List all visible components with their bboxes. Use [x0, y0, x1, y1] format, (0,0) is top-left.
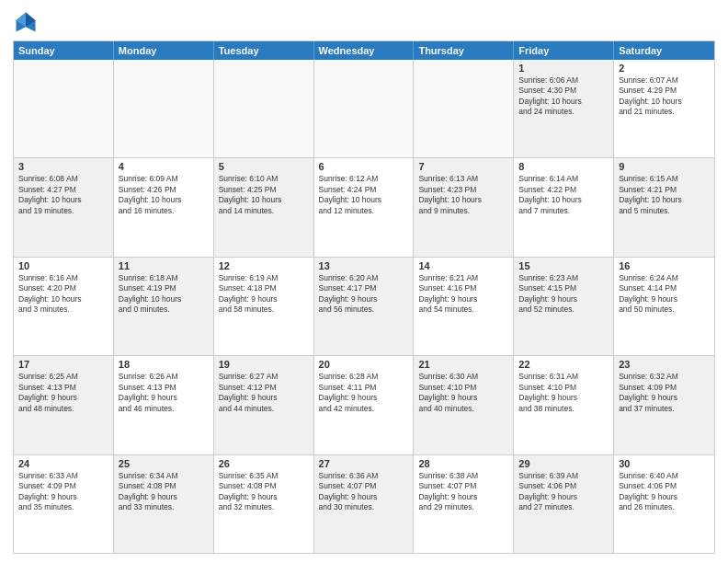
day-number: 19	[219, 359, 309, 370]
day-info: Sunrise: 6:30 AM Sunset: 4:10 PM Dayligh…	[418, 372, 508, 414]
day-info: Sunrise: 6:27 AM Sunset: 4:12 PM Dayligh…	[219, 372, 309, 414]
day-number: 29	[518, 458, 609, 469]
day-cell-8: 8Sunrise: 6:14 AM Sunset: 4:22 PM Daylig…	[514, 158, 614, 256]
day-info: Sunrise: 6:40 AM Sunset: 4:06 PM Dayligh…	[619, 471, 710, 513]
empty-cell-0-3	[314, 60, 415, 157]
day-info: Sunrise: 6:28 AM Sunset: 4:11 PM Dayligh…	[319, 372, 409, 414]
day-cell-27: 27Sunrise: 6:36 AM Sunset: 4:07 PM Dayli…	[314, 455, 415, 553]
day-number: 24	[18, 458, 108, 469]
page: SundayMondayTuesdayWednesdayThursdayFrid…	[0, 0, 728, 563]
day-cell-13: 13Sunrise: 6:20 AM Sunset: 4:17 PM Dayli…	[314, 258, 415, 355]
calendar-header: SundayMondayTuesdayWednesdayThursdayFrid…	[14, 41, 714, 60]
day-number: 16	[619, 260, 710, 271]
logo-icon	[13, 9, 39, 35]
day-cell-6: 6Sunrise: 6:12 AM Sunset: 4:24 PM Daylig…	[314, 158, 415, 256]
day-info: Sunrise: 6:12 AM Sunset: 4:24 PM Dayligh…	[319, 174, 409, 216]
calendar-row-4: 24Sunrise: 6:33 AM Sunset: 4:09 PM Dayli…	[14, 455, 714, 553]
day-info: Sunrise: 6:21 AM Sunset: 4:16 PM Dayligh…	[418, 273, 508, 316]
day-cell-15: 15Sunrise: 6:23 AM Sunset: 4:15 PM Dayli…	[514, 258, 614, 355]
day-info: Sunrise: 6:32 AM Sunset: 4:09 PM Dayligh…	[619, 372, 710, 414]
day-cell-17: 17Sunrise: 6:25 AM Sunset: 4:13 PM Dayli…	[14, 356, 114, 454]
day-cell-1: 1Sunrise: 6:06 AM Sunset: 4:30 PM Daylig…	[514, 60, 614, 157]
day-number: 13	[319, 260, 409, 271]
day-number: 4	[119, 161, 209, 172]
day-number: 12	[219, 260, 309, 271]
day-cell-26: 26Sunrise: 6:35 AM Sunset: 4:08 PM Dayli…	[214, 455, 314, 553]
day-number: 14	[418, 260, 508, 271]
day-number: 17	[18, 359, 108, 370]
weekday-header-thursday: Thursday	[414, 41, 514, 60]
day-cell-3: 3Sunrise: 6:08 AM Sunset: 4:27 PM Daylig…	[14, 158, 114, 256]
day-info: Sunrise: 6:08 AM Sunset: 4:27 PM Dayligh…	[18, 174, 108, 216]
day-info: Sunrise: 6:33 AM Sunset: 4:09 PM Dayligh…	[18, 471, 108, 513]
day-number: 1	[518, 63, 609, 74]
day-cell-23: 23Sunrise: 6:32 AM Sunset: 4:09 PM Dayli…	[614, 356, 714, 454]
day-cell-29: 29Sunrise: 6:39 AM Sunset: 4:06 PM Dayli…	[514, 455, 614, 553]
header	[13, 9, 715, 35]
day-number: 25	[119, 458, 209, 469]
weekday-header-monday: Monday	[114, 41, 214, 60]
day-info: Sunrise: 6:38 AM Sunset: 4:07 PM Dayligh…	[418, 471, 508, 513]
empty-cell-0-2	[214, 60, 314, 157]
weekday-header-wednesday: Wednesday	[314, 41, 415, 60]
day-number: 5	[219, 161, 309, 172]
weekday-header-saturday: Saturday	[614, 41, 714, 60]
day-number: 23	[619, 359, 710, 370]
day-cell-9: 9Sunrise: 6:15 AM Sunset: 4:21 PM Daylig…	[614, 158, 714, 256]
calendar-row-2: 10Sunrise: 6:16 AM Sunset: 4:20 PM Dayli…	[14, 258, 714, 356]
day-number: 15	[518, 260, 609, 271]
day-cell-21: 21Sunrise: 6:30 AM Sunset: 4:10 PM Dayli…	[414, 356, 514, 454]
day-cell-22: 22Sunrise: 6:31 AM Sunset: 4:10 PM Dayli…	[514, 356, 614, 454]
day-number: 8	[518, 161, 609, 172]
calendar-body: 1Sunrise: 6:06 AM Sunset: 4:30 PM Daylig…	[14, 60, 714, 553]
day-cell-16: 16Sunrise: 6:24 AM Sunset: 4:14 PM Dayli…	[614, 258, 714, 355]
day-number: 18	[119, 359, 209, 370]
day-cell-12: 12Sunrise: 6:19 AM Sunset: 4:18 PM Dayli…	[214, 258, 314, 355]
day-number: 7	[418, 161, 508, 172]
day-info: Sunrise: 6:13 AM Sunset: 4:23 PM Dayligh…	[418, 174, 508, 216]
day-number: 26	[219, 458, 309, 469]
day-info: Sunrise: 6:18 AM Sunset: 4:19 PM Dayligh…	[119, 273, 209, 316]
day-info: Sunrise: 6:24 AM Sunset: 4:14 PM Dayligh…	[619, 273, 710, 316]
empty-cell-0-0	[14, 60, 114, 157]
day-cell-14: 14Sunrise: 6:21 AM Sunset: 4:16 PM Dayli…	[414, 258, 514, 355]
day-number: 30	[619, 458, 710, 469]
day-cell-11: 11Sunrise: 6:18 AM Sunset: 4:19 PM Dayli…	[114, 258, 214, 355]
day-number: 3	[18, 161, 108, 172]
day-number: 9	[619, 161, 710, 172]
day-info: Sunrise: 6:23 AM Sunset: 4:15 PM Dayligh…	[518, 273, 609, 316]
day-info: Sunrise: 6:39 AM Sunset: 4:06 PM Dayligh…	[518, 471, 609, 513]
empty-cell-0-4	[414, 60, 514, 157]
day-info: Sunrise: 6:26 AM Sunset: 4:13 PM Dayligh…	[119, 372, 209, 414]
day-number: 11	[119, 260, 209, 271]
day-cell-30: 30Sunrise: 6:40 AM Sunset: 4:06 PM Dayli…	[614, 455, 714, 553]
day-info: Sunrise: 6:16 AM Sunset: 4:20 PM Dayligh…	[18, 273, 108, 316]
logo	[13, 9, 42, 35]
day-info: Sunrise: 6:14 AM Sunset: 4:22 PM Dayligh…	[518, 174, 609, 216]
day-cell-5: 5Sunrise: 6:10 AM Sunset: 4:25 PM Daylig…	[214, 158, 314, 256]
day-info: Sunrise: 6:19 AM Sunset: 4:18 PM Dayligh…	[219, 273, 309, 316]
day-cell-20: 20Sunrise: 6:28 AM Sunset: 4:11 PM Dayli…	[314, 356, 415, 454]
day-info: Sunrise: 6:09 AM Sunset: 4:26 PM Dayligh…	[119, 174, 209, 216]
day-info: Sunrise: 6:31 AM Sunset: 4:10 PM Dayligh…	[518, 372, 609, 414]
empty-cell-0-1	[114, 60, 214, 157]
weekday-header-tuesday: Tuesday	[214, 41, 314, 60]
day-number: 22	[518, 359, 609, 370]
day-info: Sunrise: 6:10 AM Sunset: 4:25 PM Dayligh…	[219, 174, 309, 216]
calendar-row-3: 17Sunrise: 6:25 AM Sunset: 4:13 PM Dayli…	[14, 356, 714, 454]
day-number: 27	[319, 458, 409, 469]
day-info: Sunrise: 6:36 AM Sunset: 4:07 PM Dayligh…	[319, 471, 409, 513]
calendar-row-1: 3Sunrise: 6:08 AM Sunset: 4:27 PM Daylig…	[14, 158, 714, 257]
day-number: 6	[319, 161, 409, 172]
day-cell-4: 4Sunrise: 6:09 AM Sunset: 4:26 PM Daylig…	[114, 158, 214, 256]
day-cell-28: 28Sunrise: 6:38 AM Sunset: 4:07 PM Dayli…	[414, 455, 514, 553]
day-info: Sunrise: 6:34 AM Sunset: 4:08 PM Dayligh…	[119, 471, 209, 513]
day-cell-2: 2Sunrise: 6:07 AM Sunset: 4:29 PM Daylig…	[614, 60, 714, 157]
day-cell-25: 25Sunrise: 6:34 AM Sunset: 4:08 PM Dayli…	[114, 455, 214, 553]
day-cell-10: 10Sunrise: 6:16 AM Sunset: 4:20 PM Dayli…	[14, 258, 114, 355]
day-cell-7: 7Sunrise: 6:13 AM Sunset: 4:23 PM Daylig…	[414, 158, 514, 256]
day-info: Sunrise: 6:15 AM Sunset: 4:21 PM Dayligh…	[619, 174, 710, 216]
day-info: Sunrise: 6:06 AM Sunset: 4:30 PM Dayligh…	[518, 75, 609, 118]
day-info: Sunrise: 6:35 AM Sunset: 4:08 PM Dayligh…	[219, 471, 309, 513]
weekday-header-sunday: Sunday	[14, 41, 114, 60]
